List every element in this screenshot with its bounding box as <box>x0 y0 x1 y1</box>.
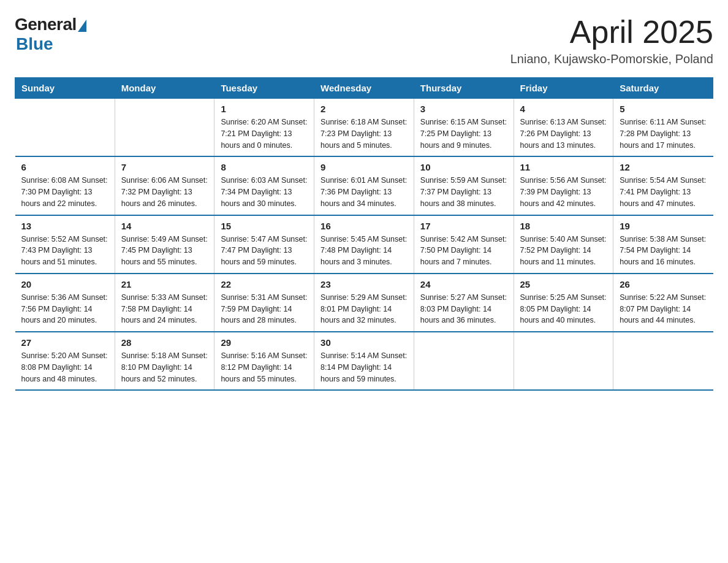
day-info: Sunrise: 6:06 AM Sunset: 7:32 PM Dayligh… <box>121 175 208 209</box>
calendar-day-cell: 5Sunrise: 6:11 AM Sunset: 7:28 PM Daylig… <box>613 99 713 157</box>
calendar-day-cell: 18Sunrise: 5:40 AM Sunset: 7:52 PM Dayli… <box>514 215 613 274</box>
calendar-day-cell <box>514 332 613 390</box>
calendar-day-cell: 16Sunrise: 5:45 AM Sunset: 7:48 PM Dayli… <box>314 215 414 274</box>
calendar-day-cell: 8Sunrise: 6:03 AM Sunset: 7:34 PM Daylig… <box>214 156 314 215</box>
day-info: Sunrise: 5:33 AM Sunset: 7:58 PM Dayligh… <box>121 292 208 326</box>
day-info: Sunrise: 5:42 AM Sunset: 7:50 PM Dayligh… <box>420 234 507 268</box>
weekday-header-monday: Monday <box>115 78 214 99</box>
calendar-day-cell: 3Sunrise: 6:15 AM Sunset: 7:25 PM Daylig… <box>414 99 514 157</box>
logo-triangle-icon <box>78 20 86 32</box>
logo: General Blue <box>15 15 86 54</box>
day-info: Sunrise: 5:52 AM Sunset: 7:43 PM Dayligh… <box>21 234 108 268</box>
calendar-week-row: 27Sunrise: 5:20 AM Sunset: 8:08 PM Dayli… <box>15 332 713 390</box>
calendar-day-cell: 28Sunrise: 5:18 AM Sunset: 8:10 PM Dayli… <box>115 332 214 390</box>
calendar-day-cell: 15Sunrise: 5:47 AM Sunset: 7:47 PM Dayli… <box>214 215 314 274</box>
calendar-day-cell: 22Sunrise: 5:31 AM Sunset: 7:59 PM Dayli… <box>214 274 314 332</box>
day-number: 7 <box>121 162 208 172</box>
day-number: 2 <box>320 104 408 114</box>
weekday-header-row: SundayMondayTuesdayWednesdayThursdayFrid… <box>15 78 713 99</box>
title-block: April 2025 Lniano, Kujawsko-Pomorskie, P… <box>510 15 713 66</box>
day-number: 26 <box>620 279 707 289</box>
calendar-week-row: 20Sunrise: 5:36 AM Sunset: 7:56 PM Dayli… <box>15 274 713 332</box>
calendar-day-cell: 19Sunrise: 5:38 AM Sunset: 7:54 PM Dayli… <box>613 215 713 274</box>
day-info: Sunrise: 6:08 AM Sunset: 7:30 PM Dayligh… <box>21 175 108 209</box>
day-number: 27 <box>21 337 108 348</box>
day-number: 19 <box>620 221 707 231</box>
day-info: Sunrise: 5:14 AM Sunset: 8:14 PM Dayligh… <box>320 350 408 385</box>
calendar-day-cell: 30Sunrise: 5:14 AM Sunset: 8:14 PM Dayli… <box>314 332 414 390</box>
day-number: 5 <box>620 104 707 114</box>
logo-general-text: General <box>15 15 77 34</box>
calendar-day-cell <box>115 99 214 157</box>
weekday-header-wednesday: Wednesday <box>314 78 414 99</box>
day-number: 10 <box>420 162 507 172</box>
weekday-header-thursday: Thursday <box>414 78 514 99</box>
day-info: Sunrise: 5:54 AM Sunset: 7:41 PM Dayligh… <box>620 175 707 209</box>
day-info: Sunrise: 5:45 AM Sunset: 7:48 PM Dayligh… <box>320 234 408 268</box>
calendar-week-row: 13Sunrise: 5:52 AM Sunset: 7:43 PM Dayli… <box>15 215 713 274</box>
page-header: General Blue April 2025 Lniano, Kujawsko… <box>15 15 713 66</box>
day-info: Sunrise: 6:20 AM Sunset: 7:21 PM Dayligh… <box>221 117 308 151</box>
day-number: 29 <box>221 337 308 348</box>
day-info: Sunrise: 5:47 AM Sunset: 7:47 PM Dayligh… <box>221 234 308 268</box>
calendar-day-cell: 14Sunrise: 5:49 AM Sunset: 7:45 PM Dayli… <box>115 215 214 274</box>
day-info: Sunrise: 5:49 AM Sunset: 7:45 PM Dayligh… <box>121 234 208 268</box>
day-number: 4 <box>520 104 607 114</box>
day-number: 12 <box>620 162 707 172</box>
weekday-header-saturday: Saturday <box>613 78 713 99</box>
logo-blue-text: Blue <box>16 34 53 54</box>
day-number: 3 <box>420 104 507 114</box>
calendar-day-cell: 23Sunrise: 5:29 AM Sunset: 8:01 PM Dayli… <box>314 274 414 332</box>
day-number: 15 <box>221 221 308 231</box>
day-info: Sunrise: 5:20 AM Sunset: 8:08 PM Dayligh… <box>21 350 108 385</box>
calendar-day-cell: 17Sunrise: 5:42 AM Sunset: 7:50 PM Dayli… <box>414 215 514 274</box>
calendar-day-cell: 13Sunrise: 5:52 AM Sunset: 7:43 PM Dayli… <box>15 215 115 274</box>
calendar-day-cell <box>414 332 514 390</box>
weekday-header-tuesday: Tuesday <box>214 78 314 99</box>
weekday-header-sunday: Sunday <box>15 78 115 99</box>
day-info: Sunrise: 6:03 AM Sunset: 7:34 PM Dayligh… <box>221 175 308 209</box>
day-number: 14 <box>121 221 208 231</box>
day-number: 16 <box>320 221 408 231</box>
day-number: 6 <box>21 162 108 172</box>
day-number: 20 <box>21 279 108 289</box>
calendar-week-row: 6Sunrise: 6:08 AM Sunset: 7:30 PM Daylig… <box>15 156 713 215</box>
calendar-day-cell: 7Sunrise: 6:06 AM Sunset: 7:32 PM Daylig… <box>115 156 214 215</box>
day-info: Sunrise: 6:11 AM Sunset: 7:28 PM Dayligh… <box>620 117 707 151</box>
day-info: Sunrise: 5:16 AM Sunset: 8:12 PM Dayligh… <box>221 350 308 385</box>
day-info: Sunrise: 6:15 AM Sunset: 7:25 PM Dayligh… <box>420 117 507 151</box>
day-number: 23 <box>320 279 408 289</box>
calendar-day-cell: 4Sunrise: 6:13 AM Sunset: 7:26 PM Daylig… <box>514 99 613 157</box>
calendar-day-cell: 6Sunrise: 6:08 AM Sunset: 7:30 PM Daylig… <box>15 156 115 215</box>
calendar-day-cell <box>613 332 713 390</box>
calendar-day-cell: 24Sunrise: 5:27 AM Sunset: 8:03 PM Dayli… <box>414 274 514 332</box>
calendar-day-cell <box>15 99 115 157</box>
day-info: Sunrise: 6:13 AM Sunset: 7:26 PM Dayligh… <box>520 117 607 151</box>
day-info: Sunrise: 5:38 AM Sunset: 7:54 PM Dayligh… <box>620 234 707 268</box>
calendar-day-cell: 2Sunrise: 6:18 AM Sunset: 7:23 PM Daylig… <box>314 99 414 157</box>
day-number: 9 <box>320 162 408 172</box>
day-number: 21 <box>121 279 208 289</box>
calendar-body: 1Sunrise: 6:20 AM Sunset: 7:21 PM Daylig… <box>15 99 713 391</box>
calendar-day-cell: 1Sunrise: 6:20 AM Sunset: 7:21 PM Daylig… <box>214 99 314 157</box>
day-info: Sunrise: 5:36 AM Sunset: 7:56 PM Dayligh… <box>21 292 108 326</box>
calendar-day-cell: 20Sunrise: 5:36 AM Sunset: 7:56 PM Dayli… <box>15 274 115 332</box>
calendar-day-cell: 25Sunrise: 5:25 AM Sunset: 8:05 PM Dayli… <box>514 274 613 332</box>
day-number: 1 <box>221 104 308 114</box>
calendar-table: SundayMondayTuesdayWednesdayThursdayFrid… <box>15 77 713 391</box>
day-info: Sunrise: 5:22 AM Sunset: 8:07 PM Dayligh… <box>620 292 707 326</box>
calendar-day-cell: 27Sunrise: 5:20 AM Sunset: 8:08 PM Dayli… <box>15 332 115 390</box>
day-info: Sunrise: 5:25 AM Sunset: 8:05 PM Dayligh… <box>520 292 607 326</box>
calendar-day-cell: 9Sunrise: 6:01 AM Sunset: 7:36 PM Daylig… <box>314 156 414 215</box>
day-info: Sunrise: 6:18 AM Sunset: 7:23 PM Dayligh… <box>320 117 408 151</box>
day-info: Sunrise: 5:40 AM Sunset: 7:52 PM Dayligh… <box>520 234 607 268</box>
calendar-day-cell: 21Sunrise: 5:33 AM Sunset: 7:58 PM Dayli… <box>115 274 214 332</box>
calendar-header: SundayMondayTuesdayWednesdayThursdayFrid… <box>15 78 713 99</box>
calendar-day-cell: 12Sunrise: 5:54 AM Sunset: 7:41 PM Dayli… <box>613 156 713 215</box>
calendar-day-cell: 11Sunrise: 5:56 AM Sunset: 7:39 PM Dayli… <box>514 156 613 215</box>
day-number: 13 <box>21 221 108 231</box>
day-number: 24 <box>420 279 507 289</box>
day-info: Sunrise: 5:59 AM Sunset: 7:37 PM Dayligh… <box>420 175 507 209</box>
day-number: 8 <box>221 162 308 172</box>
day-info: Sunrise: 5:29 AM Sunset: 8:01 PM Dayligh… <box>320 292 408 326</box>
